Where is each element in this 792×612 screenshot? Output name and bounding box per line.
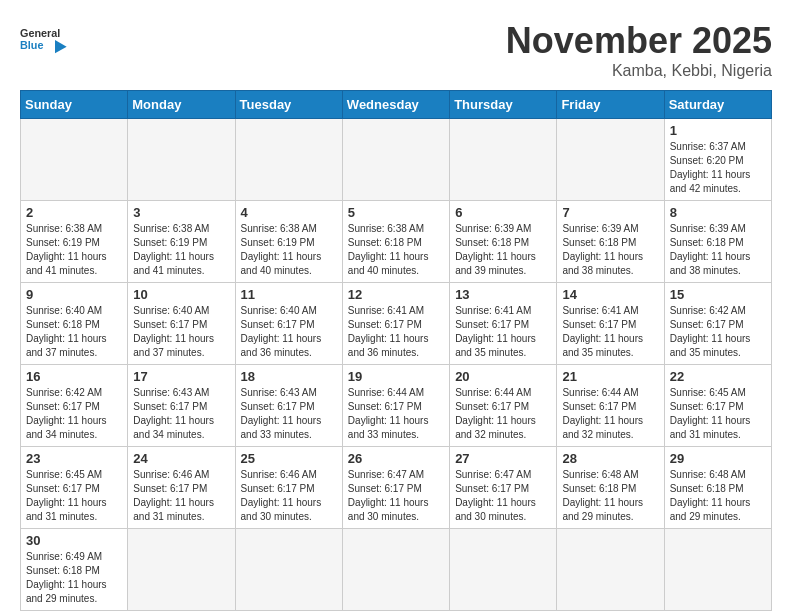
day-number: 21 [562, 369, 658, 384]
page-header: General Blue November 2025 Kamba, Kebbi,… [20, 20, 772, 80]
location-title: Kamba, Kebbi, Nigeria [506, 62, 772, 80]
day-info: Sunrise: 6:40 AMSunset: 6:17 PMDaylight:… [133, 304, 229, 360]
day-info: Sunrise: 6:38 AMSunset: 6:18 PMDaylight:… [348, 222, 444, 278]
day-number: 10 [133, 287, 229, 302]
calendar-table: SundayMondayTuesdayWednesdayThursdayFrid… [20, 90, 772, 611]
calendar-cell: 12Sunrise: 6:41 AMSunset: 6:17 PMDayligh… [342, 283, 449, 365]
day-info: Sunrise: 6:47 AMSunset: 6:17 PMDaylight:… [348, 468, 444, 524]
month-title: November 2025 [506, 20, 772, 62]
day-info: Sunrise: 6:38 AMSunset: 6:19 PMDaylight:… [133, 222, 229, 278]
day-number: 26 [348, 451, 444, 466]
calendar-cell [342, 529, 449, 611]
logo-icon: General Blue [20, 20, 70, 65]
calendar-cell: 10Sunrise: 6:40 AMSunset: 6:17 PMDayligh… [128, 283, 235, 365]
day-number: 19 [348, 369, 444, 384]
day-info: Sunrise: 6:46 AMSunset: 6:17 PMDaylight:… [241, 468, 337, 524]
calendar-cell: 3Sunrise: 6:38 AMSunset: 6:19 PMDaylight… [128, 201, 235, 283]
day-number: 23 [26, 451, 122, 466]
calendar-cell: 6Sunrise: 6:39 AMSunset: 6:18 PMDaylight… [450, 201, 557, 283]
day-info: Sunrise: 6:46 AMSunset: 6:17 PMDaylight:… [133, 468, 229, 524]
day-info: Sunrise: 6:37 AMSunset: 6:20 PMDaylight:… [670, 140, 766, 196]
day-number: 9 [26, 287, 122, 302]
day-number: 22 [670, 369, 766, 384]
day-number: 14 [562, 287, 658, 302]
day-info: Sunrise: 6:47 AMSunset: 6:17 PMDaylight:… [455, 468, 551, 524]
day-info: Sunrise: 6:39 AMSunset: 6:18 PMDaylight:… [670, 222, 766, 278]
col-header-sunday: Sunday [21, 91, 128, 119]
day-number: 16 [26, 369, 122, 384]
calendar-cell: 9Sunrise: 6:40 AMSunset: 6:18 PMDaylight… [21, 283, 128, 365]
calendar-cell: 19Sunrise: 6:44 AMSunset: 6:17 PMDayligh… [342, 365, 449, 447]
calendar-cell [128, 529, 235, 611]
calendar-cell: 30Sunrise: 6:49 AMSunset: 6:18 PMDayligh… [21, 529, 128, 611]
day-number: 12 [348, 287, 444, 302]
calendar-cell: 2Sunrise: 6:38 AMSunset: 6:19 PMDaylight… [21, 201, 128, 283]
day-info: Sunrise: 6:44 AMSunset: 6:17 PMDaylight:… [562, 386, 658, 442]
calendar-week-0: 1Sunrise: 6:37 AMSunset: 6:20 PMDaylight… [21, 119, 772, 201]
day-info: Sunrise: 6:40 AMSunset: 6:17 PMDaylight:… [241, 304, 337, 360]
calendar-cell: 22Sunrise: 6:45 AMSunset: 6:17 PMDayligh… [664, 365, 771, 447]
day-info: Sunrise: 6:41 AMSunset: 6:17 PMDaylight:… [562, 304, 658, 360]
calendar-cell: 21Sunrise: 6:44 AMSunset: 6:17 PMDayligh… [557, 365, 664, 447]
day-info: Sunrise: 6:43 AMSunset: 6:17 PMDaylight:… [241, 386, 337, 442]
calendar-cell [664, 529, 771, 611]
calendar-cell: 27Sunrise: 6:47 AMSunset: 6:17 PMDayligh… [450, 447, 557, 529]
calendar-cell: 1Sunrise: 6:37 AMSunset: 6:20 PMDaylight… [664, 119, 771, 201]
calendar-cell: 13Sunrise: 6:41 AMSunset: 6:17 PMDayligh… [450, 283, 557, 365]
day-number: 25 [241, 451, 337, 466]
day-number: 29 [670, 451, 766, 466]
svg-text:Blue: Blue [20, 39, 43, 51]
calendar-cell: 5Sunrise: 6:38 AMSunset: 6:18 PMDaylight… [342, 201, 449, 283]
svg-marker-2 [55, 40, 67, 53]
calendar-week-3: 16Sunrise: 6:42 AMSunset: 6:17 PMDayligh… [21, 365, 772, 447]
calendar-cell: 26Sunrise: 6:47 AMSunset: 6:17 PMDayligh… [342, 447, 449, 529]
day-number: 3 [133, 205, 229, 220]
title-area: November 2025 Kamba, Kebbi, Nigeria [506, 20, 772, 80]
calendar-cell: 29Sunrise: 6:48 AMSunset: 6:18 PMDayligh… [664, 447, 771, 529]
calendar-cell: 14Sunrise: 6:41 AMSunset: 6:17 PMDayligh… [557, 283, 664, 365]
day-number: 30 [26, 533, 122, 548]
day-number: 17 [133, 369, 229, 384]
calendar-week-2: 9Sunrise: 6:40 AMSunset: 6:18 PMDaylight… [21, 283, 772, 365]
day-info: Sunrise: 6:49 AMSunset: 6:18 PMDaylight:… [26, 550, 122, 606]
day-number: 27 [455, 451, 551, 466]
calendar-header-row: SundayMondayTuesdayWednesdayThursdayFrid… [21, 91, 772, 119]
calendar-cell [235, 119, 342, 201]
calendar-cell: 28Sunrise: 6:48 AMSunset: 6:18 PMDayligh… [557, 447, 664, 529]
calendar-cell: 16Sunrise: 6:42 AMSunset: 6:17 PMDayligh… [21, 365, 128, 447]
day-info: Sunrise: 6:48 AMSunset: 6:18 PMDaylight:… [670, 468, 766, 524]
calendar-cell [450, 119, 557, 201]
col-header-tuesday: Tuesday [235, 91, 342, 119]
day-number: 18 [241, 369, 337, 384]
day-info: Sunrise: 6:45 AMSunset: 6:17 PMDaylight:… [26, 468, 122, 524]
col-header-monday: Monday [128, 91, 235, 119]
calendar-cell: 18Sunrise: 6:43 AMSunset: 6:17 PMDayligh… [235, 365, 342, 447]
calendar-cell [450, 529, 557, 611]
calendar-cell [21, 119, 128, 201]
calendar-cell: 24Sunrise: 6:46 AMSunset: 6:17 PMDayligh… [128, 447, 235, 529]
day-number: 6 [455, 205, 551, 220]
day-info: Sunrise: 6:42 AMSunset: 6:17 PMDaylight:… [26, 386, 122, 442]
calendar-cell: 23Sunrise: 6:45 AMSunset: 6:17 PMDayligh… [21, 447, 128, 529]
day-number: 2 [26, 205, 122, 220]
day-info: Sunrise: 6:38 AMSunset: 6:19 PMDaylight:… [241, 222, 337, 278]
day-number: 15 [670, 287, 766, 302]
calendar-week-4: 23Sunrise: 6:45 AMSunset: 6:17 PMDayligh… [21, 447, 772, 529]
day-number: 8 [670, 205, 766, 220]
calendar-week-1: 2Sunrise: 6:38 AMSunset: 6:19 PMDaylight… [21, 201, 772, 283]
day-info: Sunrise: 6:41 AMSunset: 6:17 PMDaylight:… [348, 304, 444, 360]
day-info: Sunrise: 6:40 AMSunset: 6:18 PMDaylight:… [26, 304, 122, 360]
day-number: 1 [670, 123, 766, 138]
day-info: Sunrise: 6:43 AMSunset: 6:17 PMDaylight:… [133, 386, 229, 442]
calendar-cell [342, 119, 449, 201]
calendar-cell: 20Sunrise: 6:44 AMSunset: 6:17 PMDayligh… [450, 365, 557, 447]
day-info: Sunrise: 6:44 AMSunset: 6:17 PMDaylight:… [455, 386, 551, 442]
svg-text:General: General [20, 27, 60, 39]
calendar-cell: 8Sunrise: 6:39 AMSunset: 6:18 PMDaylight… [664, 201, 771, 283]
day-number: 24 [133, 451, 229, 466]
calendar-cell [235, 529, 342, 611]
calendar-cell [128, 119, 235, 201]
day-number: 20 [455, 369, 551, 384]
day-number: 28 [562, 451, 658, 466]
calendar-cell [557, 529, 664, 611]
